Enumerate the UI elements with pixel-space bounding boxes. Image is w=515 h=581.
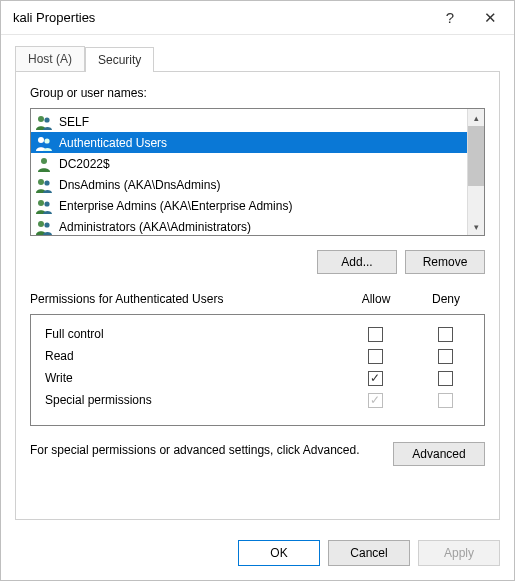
- help-button[interactable]: ?: [430, 3, 470, 33]
- svg-point-7: [38, 200, 44, 206]
- close-button[interactable]: ✕: [470, 3, 510, 33]
- group-or-user-names-label: Group or user names:: [30, 86, 485, 100]
- deny-checkbox[interactable]: [438, 371, 453, 386]
- permission-name: Special permissions: [45, 393, 340, 407]
- apply-button[interactable]: Apply: [418, 540, 500, 566]
- permission-row: Special permissions✓: [45, 389, 480, 411]
- advanced-hint: For special permissions or advanced sett…: [30, 442, 381, 458]
- principals-list-inner: SELF Authenticated Users DC2022$ DnsAdmi…: [31, 109, 467, 235]
- scroll-thumb[interactable]: [468, 126, 484, 186]
- scroll-down-icon[interactable]: ▾: [468, 218, 484, 235]
- principal-row[interactable]: DC2022$: [31, 153, 467, 174]
- svg-point-0: [38, 116, 44, 122]
- principal-name: DnsAdmins (AKA\DnsAdmins): [59, 178, 220, 192]
- principal-row[interactable]: Authenticated Users: [31, 132, 467, 153]
- ok-button[interactable]: OK: [238, 540, 320, 566]
- group-icon: [35, 177, 53, 193]
- button-label: OK: [270, 546, 287, 560]
- principal-row[interactable]: Enterprise Admins (AKA\Enterprise Admins…: [31, 195, 467, 216]
- checkbox-cell: [340, 327, 410, 342]
- deny-checkbox[interactable]: [438, 327, 453, 342]
- principals-list[interactable]: SELF Authenticated Users DC2022$ DnsAdmi…: [30, 108, 485, 236]
- dialog-footer: OK Cancel Apply: [1, 530, 514, 580]
- principal-name: Authenticated Users: [59, 136, 167, 150]
- tab-label: Security: [98, 53, 141, 67]
- checkbox-cell: [410, 349, 480, 364]
- remove-button[interactable]: Remove: [405, 250, 485, 274]
- button-label: Add...: [341, 255, 372, 269]
- permission-row: Full control: [45, 323, 480, 345]
- principal-row[interactable]: Administrators (AKA\Administrators): [31, 216, 467, 235]
- advanced-button[interactable]: Advanced: [393, 442, 485, 466]
- advanced-row: For special permissions or advanced sett…: [30, 442, 485, 466]
- allow-checkbox: ✓: [368, 393, 383, 408]
- tab-strip: Host (A) Security: [1, 35, 514, 71]
- window-title: kali Properties: [13, 10, 430, 25]
- svg-point-4: [41, 158, 47, 164]
- user-icon: [35, 156, 53, 172]
- permission-name: Write: [45, 371, 340, 385]
- principal-name: Enterprise Admins (AKA\Enterprise Admins…: [59, 199, 292, 213]
- button-label: Apply: [444, 546, 474, 560]
- tab-label: Host (A): [28, 52, 72, 66]
- allow-checkbox[interactable]: [368, 349, 383, 364]
- principal-name: SELF: [59, 115, 89, 129]
- titlebar: kali Properties ? ✕: [1, 1, 514, 35]
- svg-point-6: [44, 180, 49, 185]
- security-panel: Group or user names: SELF Authenticated …: [15, 71, 500, 520]
- svg-point-2: [38, 137, 44, 143]
- checkbox-cell: [340, 349, 410, 364]
- permissions-for-label: Permissions for Authenticated Users: [30, 292, 341, 306]
- scroll-up-icon[interactable]: ▴: [468, 109, 484, 126]
- svg-point-3: [44, 138, 49, 143]
- svg-point-5: [38, 179, 44, 185]
- permission-row: Read: [45, 345, 480, 367]
- svg-point-10: [44, 222, 49, 227]
- group-icon: [35, 114, 53, 130]
- deny-checkbox[interactable]: [438, 349, 453, 364]
- button-label: Remove: [423, 255, 468, 269]
- scrollbar[interactable]: ▴ ▾: [467, 109, 484, 235]
- principal-name: DC2022$: [59, 157, 110, 171]
- help-icon: ?: [446, 9, 454, 26]
- svg-point-8: [44, 201, 49, 206]
- group-icon: [35, 198, 53, 214]
- properties-dialog: kali Properties ? ✕ Host (A) Security Gr…: [0, 0, 515, 581]
- add-button[interactable]: Add...: [317, 250, 397, 274]
- svg-point-1: [44, 117, 49, 122]
- principal-buttons: Add... Remove: [30, 244, 485, 278]
- cancel-button[interactable]: Cancel: [328, 540, 410, 566]
- allow-checkbox[interactable]: ✓: [368, 371, 383, 386]
- checkbox-cell: [410, 327, 480, 342]
- svg-point-9: [38, 221, 44, 227]
- group-icon: [35, 219, 53, 235]
- principal-name: Administrators (AKA\Administrators): [59, 220, 251, 234]
- permission-row: Write✓: [45, 367, 480, 389]
- tab-security[interactable]: Security: [85, 47, 154, 72]
- deny-column-header: Deny: [411, 292, 481, 306]
- allow-checkbox[interactable]: [368, 327, 383, 342]
- checkbox-cell: [410, 393, 480, 408]
- tab-host-a[interactable]: Host (A): [15, 46, 85, 72]
- button-label: Advanced: [412, 447, 465, 461]
- group-icon: [35, 135, 53, 151]
- checkbox-cell: ✓: [340, 393, 410, 408]
- permission-name: Full control: [45, 327, 340, 341]
- principal-row[interactable]: SELF: [31, 111, 467, 132]
- deny-checkbox: [438, 393, 453, 408]
- button-label: Cancel: [350, 546, 387, 560]
- permission-name: Read: [45, 349, 340, 363]
- checkbox-cell: [410, 371, 480, 386]
- permissions-header: Permissions for Authenticated Users Allo…: [30, 292, 485, 306]
- close-icon: ✕: [484, 9, 497, 27]
- permissions-box: Full controlReadWrite✓Special permission…: [30, 314, 485, 426]
- principal-row[interactable]: DnsAdmins (AKA\DnsAdmins): [31, 174, 467, 195]
- allow-column-header: Allow: [341, 292, 411, 306]
- checkbox-cell: ✓: [340, 371, 410, 386]
